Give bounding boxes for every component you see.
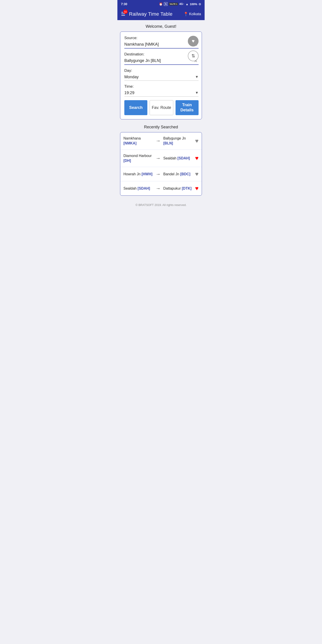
day-chevron-icon: ▼ <box>195 75 198 79</box>
arrow-icon: → <box>156 171 160 177</box>
destination-input[interactable] <box>124 58 193 64</box>
favorite-icon[interactable]: ♥ <box>195 155 198 162</box>
battery-icon: ⊙ <box>198 2 201 6</box>
footer-text: © BRATSOFT 2019. All rights reserved. <box>136 203 186 206</box>
favorite-icon[interactable]: ♥ <box>195 185 198 192</box>
to-station: Dattapukur [DTK] <box>163 186 193 191</box>
favorite-icon[interactable]: ♥ <box>195 138 198 144</box>
alarm-icon: ⏰ <box>159 2 162 6</box>
recently-searched-title: Recently Searched <box>118 124 204 132</box>
arrow-icon: → <box>156 186 160 192</box>
train-details-button[interactable]: TrainDetails <box>176 100 198 115</box>
favorite-button[interactable]: ♥ <box>188 36 198 46</box>
to-station: Sealdah [SDAH] <box>163 156 193 161</box>
notification-badge: 11 <box>123 10 128 14</box>
from-station: Diamond Harbour[DH] <box>124 154 153 164</box>
footer: © BRATSOFT 2019. All rights reserved. <box>118 200 204 211</box>
time-chevron-icon: ▼ <box>195 91 198 95</box>
time-select[interactable]: 19:29 <box>124 90 195 96</box>
recent-item[interactable]: Diamond Harbour[DH] → Sealdah [SDAH] ♥ <box>120 150 202 167</box>
day-select[interactable]: Monday Tuesday Wednesday Thursday Friday… <box>124 74 195 80</box>
to-station: Bandel Jn [BDC] <box>163 172 193 177</box>
favorite-icon[interactable]: ♥ <box>195 170 198 178</box>
location-pin-icon: 📍 <box>183 12 188 16</box>
arrow-icon: → <box>156 138 160 144</box>
destination-label: Destination: <box>124 52 198 56</box>
recent-item[interactable]: Sealdah [SDAH] → Dattapukur [DTK] ♥ <box>120 181 202 196</box>
recent-item[interactable]: Howrah Jn [HWH] → Bandel Jn [BDC] ♥ <box>120 167 202 181</box>
side-actions: ♥ ⇅ <box>188 36 198 61</box>
menu-button[interactable]: ☰ 11 <box>121 11 126 17</box>
swap-icon: ⇅ <box>192 53 195 58</box>
signal-icon: ▲ <box>186 2 188 6</box>
volte-icon: VoLTE 1 <box>169 3 178 5</box>
welcome-text: Welcome, Guest! <box>118 20 204 32</box>
status-time: 7:30 <box>121 2 127 6</box>
status-icons: ⏰ N VoLTE 1 4G↑ ▲ 100% ⊙ <box>159 2 201 6</box>
search-button[interactable]: Search <box>124 100 147 115</box>
source-label: Source: <box>124 36 198 40</box>
source-input-row: ✕ <box>124 42 198 48</box>
source-input[interactable] <box>124 42 193 47</box>
time-label: Time: <box>124 84 198 89</box>
action-buttons: Search Fav. Route TrainDetails <box>124 100 198 115</box>
destination-input-row: ✕ <box>124 58 198 65</box>
nfc-icon: N <box>164 2 168 6</box>
day-label: Day: <box>124 68 198 73</box>
day-select-row: Monday Tuesday Wednesday Thursday Friday… <box>124 74 198 81</box>
status-bar: 7:30 ⏰ N VoLTE 1 4G↑ ▲ 100% ⊙ <box>118 0 204 8</box>
swap-button[interactable]: ⇅ <box>188 50 198 61</box>
from-station: Namkhana[NMKA] <box>124 136 153 146</box>
battery: 100% <box>190 2 197 6</box>
search-card: ♥ ⇅ Source: ✕ Destination: ✕ Day: Monday… <box>120 32 202 120</box>
app-title: Railway Time Table <box>129 11 183 17</box>
arrow-icon: → <box>156 156 160 161</box>
heart-icon: ♥ <box>192 38 194 44</box>
app-bar: ☰ 11 Railway Time Table 📍 Kolkata <box>118 8 204 20</box>
recent-searches-card: Namkhana[NMKA] → Ballygunge Jn[BLN] ♥ Di… <box>120 132 202 196</box>
fav-route-button[interactable]: Fav. Route <box>150 100 173 115</box>
network-icon: 4G↑ <box>179 2 184 6</box>
location-display[interactable]: 📍 Kolkata <box>183 12 201 16</box>
location-text: Kolkata <box>189 12 201 16</box>
from-station: Sealdah [SDAH] <box>124 186 153 191</box>
to-station: Ballygunge Jn[BLN] <box>163 136 193 146</box>
from-station: Howrah Jn [HWH] <box>124 172 153 177</box>
time-select-row: 19:29 ▼ <box>124 90 198 96</box>
recent-item[interactable]: Namkhana[NMKA] → Ballygunge Jn[BLN] ♥ <box>120 132 202 150</box>
